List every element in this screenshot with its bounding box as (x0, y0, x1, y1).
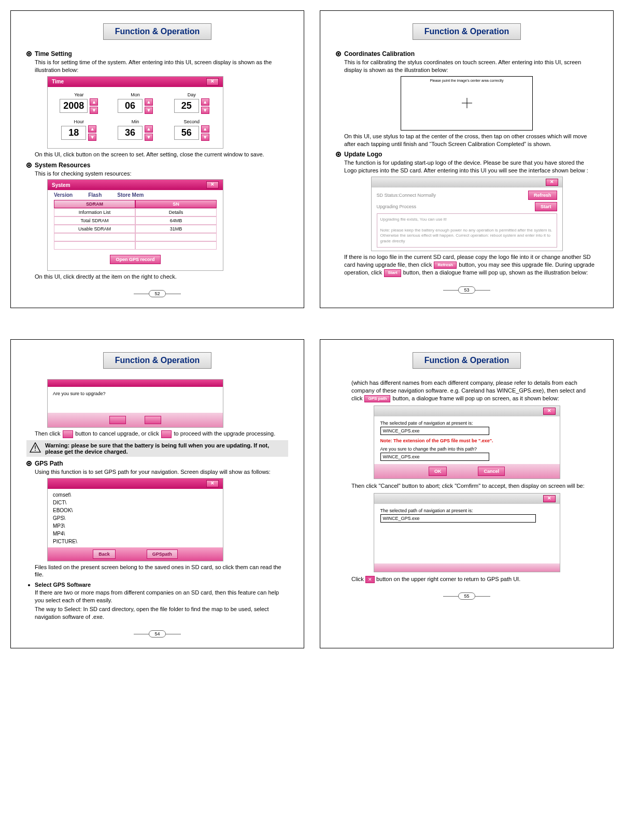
page-number: 52 (149, 290, 165, 297)
min-label: Min (111, 119, 160, 124)
list-item[interactable]: DICT\ (53, 499, 218, 506)
close-icon[interactable]: ✕ (543, 408, 556, 415)
start-inline-button[interactable]: Start (384, 269, 401, 277)
list-item[interactable]: PICTURE\ (53, 538, 218, 545)
table-cell: Information List (54, 208, 135, 216)
page-number: 55 (458, 592, 475, 600)
table-cell: 31MB (135, 225, 217, 233)
upgrade-confirm-dialog: Are you sure to upgrade? (47, 379, 223, 428)
close-icon[interactable]: ✕ (546, 179, 558, 186)
close-icon[interactable]: ✕ (206, 78, 219, 85)
year-label: Year (55, 92, 103, 97)
close-icon[interactable]: ✕ (543, 495, 556, 502)
path-result-dialog: ✕ The selected path of navigation at pre… (374, 493, 560, 572)
system-window: System ✕ Version Flash Store Mem SDRAM S… (47, 179, 223, 271)
select-gps-text1: If there are two or more maps from diffe… (35, 589, 288, 604)
year-value: 2008 (60, 99, 88, 113)
ok-button[interactable]: OK (429, 467, 447, 476)
month-down-button[interactable]: ▼ (145, 107, 153, 114)
tab-flash[interactable]: Flash (88, 192, 102, 198)
page-55: Function & Operation (which has differen… (320, 339, 614, 648)
gps-path-text: Using this function is to set GPS path f… (35, 468, 288, 476)
warning-box: Warning: please be sure that the battery… (26, 440, 288, 457)
col-sdram: SDRAM (54, 200, 135, 208)
dialog-cancel-button[interactable] (109, 416, 126, 424)
time-window: Time ✕ Year 2008 ▲▼ Mon 06 ▲▼ Day 25 ▲▼ … (47, 76, 223, 149)
hour-up-button[interactable]: ▲ (88, 125, 96, 133)
then-click-text: Then click button to cancel upgrade, or … (35, 430, 288, 438)
sec-value: 56 (174, 126, 199, 140)
sec-label: Second (167, 119, 216, 124)
col-sn: SN (135, 200, 217, 208)
bullet-icon (26, 51, 32, 56)
list-item[interactable]: MP3\ (53, 522, 218, 530)
gps-path-heading: GPS Path (35, 460, 63, 467)
gpspath-button[interactable]: GPSpath (147, 549, 178, 559)
dialog-question: Are you sure to upgrade? (53, 391, 106, 396)
sec-down-button[interactable]: ▼ (201, 134, 209, 141)
select-gps-text2: The way to Select: In SD card directory,… (35, 605, 288, 621)
time-after-text: On this UI, click button on the screen t… (35, 151, 288, 158)
close-icon[interactable]: ✕ (206, 480, 219, 487)
change-path-value: WINCE_GPS.exe (380, 453, 489, 461)
day-up-button[interactable]: ▲ (201, 98, 209, 106)
proceed-inline-button[interactable] (161, 430, 172, 438)
refresh-inline-button[interactable]: Refresh (434, 262, 457, 269)
dialog-ok-button[interactable] (145, 416, 161, 424)
selected-path-label: The selected pate of navigation at prese… (380, 421, 554, 426)
cancel-button[interactable]: Cancel (478, 467, 505, 476)
min-down-button[interactable]: ▼ (145, 134, 153, 141)
table-cell: Details (135, 208, 217, 216)
list-item[interactable]: MP4\ (53, 530, 218, 538)
update-logo-window: ✕ SD Status:Connect Normally Refresh Upg… (371, 177, 563, 251)
update-logo-para2: If there is no logo file in the current … (344, 253, 598, 277)
start-button[interactable]: Start (535, 202, 557, 211)
dot-bullet-icon (28, 584, 30, 586)
bullet-icon (336, 152, 341, 157)
tab-store-mem[interactable]: Store Mem (117, 192, 144, 198)
time-window-title: Time (52, 79, 64, 84)
year-up-button[interactable]: ▲ (90, 98, 98, 106)
upgrade-note-line: Upgrading file exists, You can use it! (380, 217, 554, 222)
sec-up-button[interactable]: ▲ (201, 125, 209, 133)
list-item[interactable]: EBOOK\ (53, 506, 218, 514)
table-cell: 64MB (135, 216, 217, 225)
time-setting-text: This is for setting time of the system. … (35, 59, 288, 74)
hour-label: Hour (55, 119, 103, 124)
close-inline-icon[interactable]: ✕ (365, 576, 375, 583)
gps-path-inline-button[interactable]: GPS path (364, 395, 390, 403)
cross-icon[interactable] (462, 98, 472, 108)
system-resources-heading: System Resources (35, 162, 90, 169)
time-setting-heading: Time Setting (35, 50, 72, 57)
min-value: 36 (118, 126, 143, 140)
gps-path-browser: ✕ comset\DICT\EBOOK\GPS\MP3\MP4\PICTURE\… (47, 478, 223, 561)
month-label: Mon (111, 92, 160, 97)
year-down-button[interactable]: ▼ (90, 107, 98, 114)
tab-version[interactable]: Version (54, 192, 73, 198)
select-gps-software-heading: Select GPS Software (35, 582, 91, 588)
calibration-message: Please point the image's center area cor… (430, 79, 504, 82)
browser-after-text: Files listed on the present screen belon… (35, 563, 288, 579)
sd-status-text: SD Status:Connect Normally (377, 193, 436, 198)
month-up-button[interactable]: ▲ (145, 98, 153, 106)
upgrade-note-line: Note: please keep the battery enough pow… (380, 228, 554, 244)
list-item[interactable]: GPS\ (53, 514, 218, 522)
page-title: Function & Operation (413, 23, 521, 40)
cancel-inline-button[interactable] (63, 430, 74, 438)
min-up-button[interactable]: ▲ (145, 125, 153, 133)
table-cell (54, 233, 135, 241)
back-button[interactable]: Back (93, 549, 116, 559)
system-after-text: On this UI, click directly at the item o… (35, 273, 288, 281)
page-number: 54 (149, 630, 165, 638)
open-gps-record-button[interactable]: Open GPS record (110, 255, 160, 264)
calibration-screen: Please point the image's center area cor… (401, 76, 533, 131)
hour-down-button[interactable]: ▼ (88, 134, 96, 141)
update-logo-heading: Update Logo (344, 151, 382, 158)
coordinates-calibration-text: This is for calibrating the stylus coord… (344, 59, 598, 74)
refresh-button[interactable]: Refresh (528, 191, 557, 200)
close-icon[interactable]: ✕ (206, 181, 219, 189)
page-title: Function & Operation (103, 352, 212, 369)
day-down-button[interactable]: ▼ (201, 107, 209, 114)
table-cell: Total SDRAM (54, 216, 135, 225)
list-item[interactable]: comset\ (53, 491, 218, 499)
